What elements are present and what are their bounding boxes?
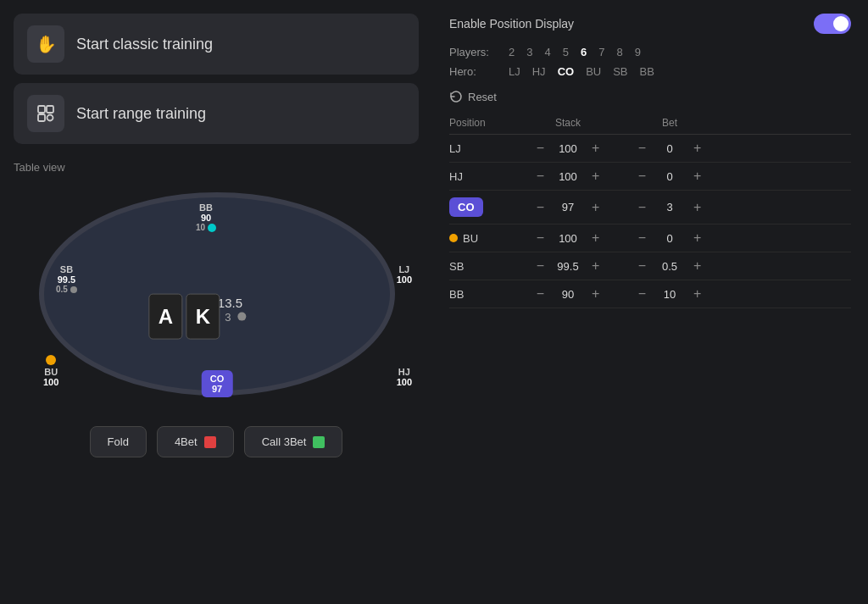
hero-opt-lj[interactable]: LJ	[509, 65, 520, 78]
pos-name-bb[interactable]: BB	[449, 288, 517, 301]
hero-opt-co[interactable]: CO	[558, 65, 575, 78]
enable-position-row: Enable Position Display	[449, 14, 851, 34]
svg-rect-2	[38, 114, 45, 121]
stack-minus-bb[interactable]: −	[533, 287, 548, 301]
stack-stepper-co: − 97 +	[517, 201, 619, 214]
stack-minus-co[interactable]: −	[533, 201, 548, 214]
bet-minus-hj[interactable]: −	[635, 169, 649, 183]
bet-minus-sb[interactable]: −	[635, 259, 649, 273]
stack-minus-lj[interactable]: −	[533, 141, 548, 155]
stack-stepper-bu: − 100 +	[517, 231, 619, 245]
bet-minus-bb[interactable]: −	[635, 287, 649, 301]
stack-plus-bu[interactable]: +	[588, 231, 603, 245]
stack-plus-co[interactable]: +	[588, 201, 603, 214]
player-hj: HJ 100	[397, 367, 412, 387]
hero-opt-sb[interactable]: SB	[613, 65, 627, 78]
players-opt-5[interactable]: 5	[563, 46, 569, 58]
pos-name-bu[interactable]: BU	[449, 232, 517, 245]
stack-stepper-bb: − 90 +	[517, 287, 619, 301]
reset-button[interactable]: Reset	[449, 85, 497, 108]
stack-plus-bb[interactable]: +	[588, 287, 603, 301]
pos-row-bb: BB − 90 + − 10 +	[449, 280, 851, 308]
col-stack-header: Stack	[517, 117, 619, 129]
reset-label: Reset	[468, 91, 497, 103]
players-setting-row: Players: 2 3 4 5 6 7 8 9	[449, 46, 851, 58]
player-bu: BU 100	[43, 355, 58, 387]
bet-value-hj: 0	[654, 170, 685, 183]
pos-name-co[interactable]: CO	[449, 197, 483, 217]
players-opt-6[interactable]: 6	[581, 46, 587, 58]
players-opt-9[interactable]: 9	[635, 46, 641, 58]
hero-opt-hj[interactable]: HJ	[532, 65, 546, 78]
call3bet-button[interactable]: Call 3Bet	[244, 426, 343, 457]
bet-plus-lj[interactable]: +	[690, 141, 704, 155]
bet-stepper-bb: − 10 +	[619, 287, 721, 301]
action-buttons: Fold 4Bet Call 3Bet	[14, 426, 419, 457]
enable-position-label: Enable Position Display	[449, 17, 574, 30]
hand-icon: ✋	[27, 25, 64, 63]
bet-stepper-co: − 3 +	[619, 201, 721, 214]
pos-name-lj[interactable]: LJ	[449, 142, 517, 155]
enable-position-toggle[interactable]	[814, 14, 851, 34]
position-rows: LJ − 100 + − 0 + HJ − 100 + − 0 + CO − 9…	[449, 135, 851, 308]
sb-blind-dot	[70, 286, 77, 293]
hole-cards: A K 3	[148, 294, 246, 340]
stack-minus-hj[interactable]: −	[533, 169, 548, 183]
stack-stepper-hj: − 100 +	[517, 169, 619, 183]
pos-row-bu: BU − 100 + − 0 +	[449, 224, 851, 252]
range-training-button[interactable]: Start range training	[14, 83, 419, 144]
svg-point-3	[47, 115, 53, 121]
bet-plus-bb[interactable]: +	[690, 287, 704, 301]
bet-stepper-lj: − 0 +	[619, 141, 721, 155]
card-k: K	[186, 294, 220, 340]
bet-plus-hj[interactable]: +	[690, 169, 704, 183]
svg-rect-1	[47, 106, 53, 113]
range-training-label: Start range training	[76, 105, 206, 123]
right-panel: Enable Position Display Players: 2 3 4 5…	[432, 0, 868, 604]
stack-minus-bu[interactable]: −	[533, 231, 548, 245]
stack-plus-sb[interactable]: +	[588, 259, 603, 273]
pos-row-sb: SB − 99.5 + − 0.5 +	[449, 252, 851, 280]
hero-setting-row: Hero: LJ HJ CO BU SB BB	[449, 65, 851, 78]
bet-plus-sb[interactable]: +	[690, 259, 704, 273]
stack-value-bu: 100	[553, 232, 583, 245]
players-label: Players:	[449, 46, 509, 58]
hero-opt-bb[interactable]: BB	[640, 65, 654, 78]
players-opt-4[interactable]: 4	[544, 46, 550, 58]
pos-row-lj: LJ − 100 + − 0 +	[449, 135, 851, 163]
stack-value-sb: 99.5	[553, 260, 583, 273]
stack-value-co: 97	[553, 201, 583, 213]
player-lj: LJ 100	[397, 264, 412, 285]
fourbet-button[interactable]: 4Bet	[157, 426, 234, 457]
hero-opt-bu[interactable]: BU	[586, 65, 601, 78]
pos-row-hj: HJ − 100 + − 0 +	[449, 163, 851, 191]
bet-minus-bu[interactable]: −	[635, 231, 649, 245]
table-area: Pot: 13.5 BB 90 10 SB 99.5 0.5 LJ 100	[14, 184, 420, 413]
players-options: 2 3 4 5 6 7 8 9	[509, 46, 641, 58]
bet-minus-co[interactable]: −	[635, 201, 649, 214]
position-table-header: Position Stack Bet	[449, 117, 851, 135]
hero-label: Hero:	[449, 65, 509, 78]
pos-name-hj[interactable]: HJ	[449, 170, 517, 183]
left-panel: ✋ Start classic training Start range tra…	[0, 0, 432, 604]
reset-icon	[449, 90, 463, 103]
stack-plus-hj[interactable]: +	[588, 169, 603, 183]
players-opt-3[interactable]: 3	[526, 46, 532, 58]
stack-plus-lj[interactable]: +	[588, 141, 603, 155]
stack-value-hj: 100	[553, 170, 583, 183]
bet-plus-bu[interactable]: +	[690, 231, 704, 245]
fold-button[interactable]: Fold	[90, 426, 147, 457]
bet-minus-lj[interactable]: −	[635, 141, 649, 155]
player-co-active: CO 97	[202, 370, 233, 397]
players-opt-8[interactable]: 8	[616, 46, 622, 58]
classic-training-button[interactable]: ✋ Start classic training	[14, 14, 419, 75]
range-icon	[27, 95, 64, 132]
pos-name-sb[interactable]: SB	[449, 260, 517, 273]
bet-value-co: 3	[654, 201, 685, 213]
players-opt-2[interactable]: 2	[509, 46, 515, 58]
bet-value-bu: 0	[654, 232, 685, 245]
bb-blind-dot	[208, 224, 216, 232]
bet-plus-co[interactable]: +	[690, 201, 704, 214]
stack-minus-sb[interactable]: −	[533, 259, 548, 273]
players-opt-7[interactable]: 7	[598, 46, 604, 58]
